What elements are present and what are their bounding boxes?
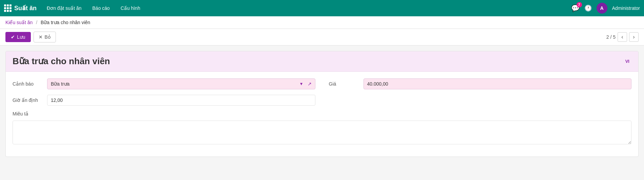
form-card: Bữa trưa cho nhân viên VI Cảnh báo Bữa t…: [5, 51, 639, 157]
user-name[interactable]: Administrator: [612, 5, 640, 11]
form-row-2: Giờ ấn định 12,00: [13, 95, 631, 106]
gia-input[interactable]: 40.000,00: [363, 78, 632, 89]
check-icon: ✔: [11, 34, 15, 40]
menu-item-orders[interactable]: Đơn đặt suất ăn: [45, 4, 84, 12]
brand-name: Suất ăn: [14, 4, 37, 12]
topnav-right: 💬 7 🕐 A Administrator: [571, 3, 640, 14]
top-menu: Đơn đặt suất ăn Báo cáo Cấu hình: [45, 4, 142, 12]
x-icon: ✕: [39, 34, 43, 40]
notification-button[interactable]: 💬 7: [571, 4, 580, 12]
breadcrumb-parent[interactable]: Kiểu suất ăn: [5, 20, 33, 25]
form-body: Cảnh báo Bữa trưa ▼ ↗ Giá 40.000,00: [6, 72, 638, 157]
mieu-ta-section: Miêu tả: [13, 111, 631, 144]
gio-an-dinh-input[interactable]: 12,00: [47, 95, 315, 106]
top-navigation: Suất ăn Đơn đặt suất ăn Báo cáo Cấu hình…: [0, 0, 644, 16]
gio-an-dinh-field: Giờ ấn định 12,00: [13, 95, 315, 106]
pagination: 2 / 5 ‹ ›: [606, 32, 639, 42]
external-link-icon[interactable]: ↗: [308, 81, 312, 87]
mieu-ta-label: Miêu tả: [13, 111, 631, 116]
form-row-1: Cảnh báo Bữa trưa ▼ ↗ Giá 40.000,00: [13, 78, 631, 89]
breadcrumb: Kiểu suất ăn / Bữa trưa cho nhân viên: [0, 16, 644, 29]
gia-label: Giá: [329, 81, 359, 87]
save-button[interactable]: ✔ Lưu: [5, 32, 31, 42]
toolbar: ✔ Lưu ✕ Bỏ 2 / 5 ‹ ›: [0, 29, 644, 46]
pagination-next-button[interactable]: ›: [629, 32, 639, 42]
clock-button[interactable]: 🕐: [584, 4, 592, 12]
canh-bao-field: Cảnh báo Bữa trưa ▼ ↗: [13, 78, 315, 89]
menu-item-config[interactable]: Cấu hình: [119, 4, 142, 12]
brand-logo[interactable]: Suất ăn: [4, 4, 37, 12]
form-title: Bữa trưa cho nhân viên: [13, 56, 110, 67]
canh-bao-label: Cảnh báo: [13, 81, 43, 87]
mieu-ta-textarea[interactable]: [13, 121, 631, 144]
form-row-3: Miêu tả: [13, 111, 631, 144]
grid-icon: [4, 4, 12, 12]
content-area: Bữa trưa cho nhân viên VI Cảnh báo Bữa t…: [0, 46, 644, 162]
canh-bao-input[interactable]: Bữa trưa ▼ ↗: [47, 78, 315, 89]
gio-an-dinh-label: Giờ ấn định: [13, 97, 43, 103]
pagination-text: 2 / 5: [606, 34, 616, 40]
clock-icon: 🕐: [584, 5, 592, 12]
dropdown-arrow-icon: ▼: [299, 82, 304, 86]
lang-badge[interactable]: VI: [623, 58, 631, 65]
pagination-prev-button[interactable]: ‹: [618, 32, 627, 42]
user-avatar[interactable]: A: [597, 3, 607, 14]
breadcrumb-separator: /: [36, 20, 37, 25]
gia-field: Giá 40.000,00: [329, 78, 632, 89]
form-card-title: Bữa trưa cho nhân viên VI: [6, 51, 638, 72]
breadcrumb-current: Bữa trưa cho nhân viên: [41, 20, 90, 25]
menu-item-reports[interactable]: Báo cáo: [90, 4, 112, 12]
discard-button[interactable]: ✕ Bỏ: [34, 32, 56, 42]
notification-badge: 7: [577, 2, 582, 7]
